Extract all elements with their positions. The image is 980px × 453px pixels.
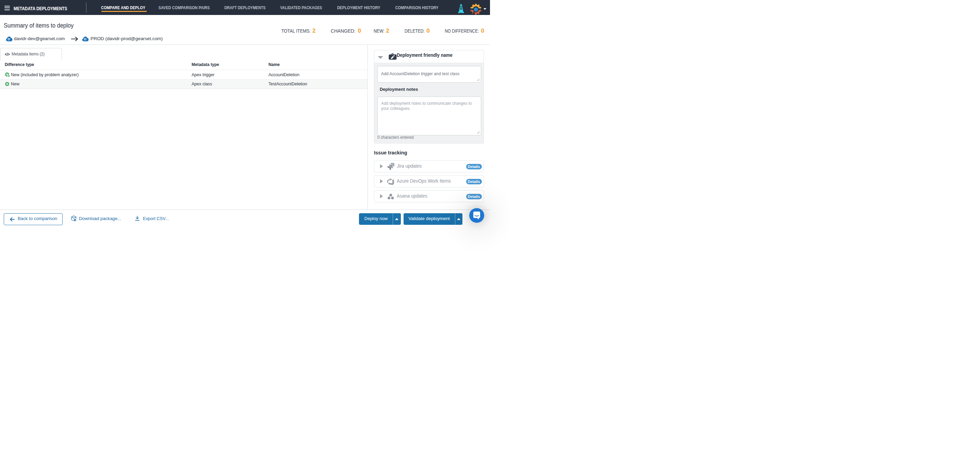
svg-text:D: D — [84, 37, 86, 41]
svg-text:D: D — [8, 37, 10, 41]
